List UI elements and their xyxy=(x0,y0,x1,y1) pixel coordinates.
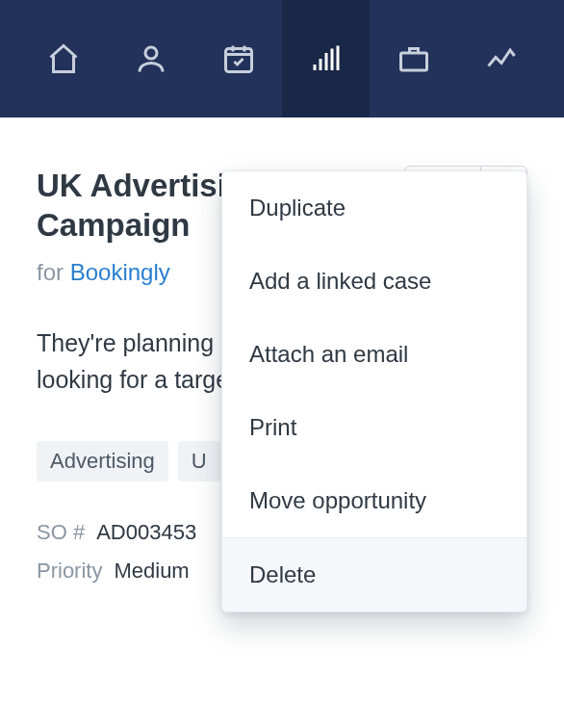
svg-point-0 xyxy=(145,47,157,59)
svg-rect-1 xyxy=(225,49,251,72)
svg-rect-2 xyxy=(400,53,426,70)
nav-home[interactable] xyxy=(19,0,107,117)
menu-add-linked-case[interactable]: Add a linked case xyxy=(222,245,526,318)
menu-attach-email[interactable]: Attach an email xyxy=(222,318,526,391)
trend-icon xyxy=(484,41,519,76)
nav-person[interactable] xyxy=(107,0,194,117)
calendar-icon xyxy=(221,41,256,76)
menu-move-opportunity[interactable]: Move opportunity xyxy=(222,464,526,537)
nav-bars[interactable] xyxy=(282,0,370,117)
menu-delete[interactable]: Delete xyxy=(222,538,526,611)
briefcase-icon xyxy=(397,41,431,76)
top-nav xyxy=(0,0,564,117)
priority-label: Priority xyxy=(37,559,102,584)
home-icon xyxy=(46,41,81,76)
nav-calendar[interactable] xyxy=(194,0,282,117)
bars-icon xyxy=(309,41,344,76)
nav-briefcase[interactable] xyxy=(370,0,457,117)
company-link[interactable]: Bookingly xyxy=(70,259,170,285)
priority-value: Medium xyxy=(114,559,189,584)
menu-duplicate[interactable]: Duplicate xyxy=(222,171,526,245)
content-area: UK Advertising Campaign Edit for Booking… xyxy=(0,117,564,584)
for-prefix: for xyxy=(37,259,64,285)
so-value: AD003453 xyxy=(96,520,196,545)
menu-print[interactable]: Print xyxy=(222,391,526,464)
edit-dropdown-menu: Duplicate Add a linked case Attach an em… xyxy=(221,170,527,612)
person-icon xyxy=(134,41,168,76)
tag[interactable]: U xyxy=(178,441,220,481)
nav-trend[interactable] xyxy=(457,0,545,117)
tag[interactable]: Advertising xyxy=(37,441,168,481)
so-label: SO # xyxy=(37,520,85,545)
